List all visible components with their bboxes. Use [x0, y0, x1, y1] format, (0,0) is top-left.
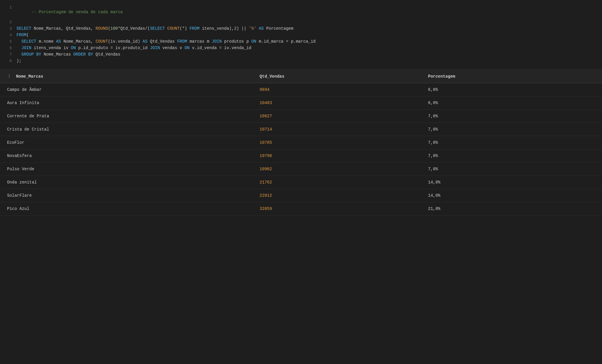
plain-token: v.id_venda = iv.venda_id — [189, 46, 251, 50]
col-header-porcentagem: Porcentagem — [422, 70, 602, 83]
cell-nome: Crista de Cristal — [0, 123, 254, 136]
plain-token — [16, 39, 21, 44]
cell-pct: 7,0% — [422, 110, 602, 123]
code-line-4: 4 FROM( — [0, 32, 602, 39]
plain-token: Qtd_Vendas — [147, 39, 177, 44]
cell-pct: 6,0% — [422, 83, 602, 96]
cell-nome: Corrente de Prata — [0, 110, 254, 123]
keyword-token: ON — [71, 46, 76, 50]
col-label-qtd-vendas: Qtd_Vendas — [260, 74, 284, 79]
col-label-porcentagem: Porcentagem — [428, 74, 455, 79]
cell-qtd: 10627 — [254, 110, 422, 123]
cell-qtd: 10902 — [254, 163, 422, 176]
plain-token — [16, 52, 21, 57]
cell-nome: Pico Azul — [0, 202, 254, 216]
keyword-token: SELECT — [21, 39, 36, 44]
keyword-token: AS — [259, 26, 264, 31]
plain-token: m.id_marca = p.marca_id — [256, 39, 316, 44]
number-token: 100 — [110, 26, 118, 31]
plain-token: ) || — [237, 26, 249, 31]
code-content: JOIN itens_venda iv ON p.id_produto = iv… — [16, 46, 251, 50]
cell-pct: 7,0% — [422, 149, 602, 163]
string-token: '%' — [249, 26, 256, 31]
keyword-token: FROM — [16, 33, 26, 37]
line-number: 7 — [5, 52, 12, 57]
code-content: GROUP BY Nome_Marcas ORDER BY Qtd_Vendas — [16, 52, 120, 57]
line-number: 4 — [5, 33, 12, 37]
results-table: ⋮ Nome_Marcas Qtd_Vendas Porcentagem Cam… — [0, 70, 602, 216]
col-label-nome-marcas: Nome_Marcas — [16, 74, 43, 79]
code-content: FROM( — [16, 33, 29, 37]
plain-token: m.nome — [36, 39, 56, 44]
cell-qtd: 21762 — [254, 176, 422, 189]
plain-token: Nome_Marcas — [41, 52, 73, 57]
cell-nome: Pulso Verde — [0, 163, 254, 176]
cell-qtd: 10785 — [254, 136, 422, 149]
cell-pct: 7,0% — [422, 123, 602, 136]
function-token: COUNT — [167, 26, 180, 31]
plain-token: vendas v — [160, 46, 184, 50]
plain-token: Qtd_Vendas — [93, 52, 120, 57]
code-content: SELECT m.nome AS Nome_Marcas, COUNT(iv.v… — [16, 39, 316, 44]
keyword-token: AS — [143, 39, 148, 44]
cell-qtd: 32059 — [254, 202, 422, 216]
plain-token: Porcentagem — [264, 26, 293, 31]
table-body: Campo de Âmbar98946,0%Aura Infinita10483… — [0, 83, 602, 216]
line-number: 1 — [5, 5, 12, 10]
keyword-token: SELECT — [16, 26, 31, 31]
code-line-6: 6 JOIN itens_venda iv ON p.id_produto = … — [0, 45, 602, 52]
cell-nome: SolarFlare — [0, 189, 254, 202]
plain-token: itens_venda), — [199, 26, 234, 31]
keyword-token: JOIN — [212, 39, 222, 44]
cell-nome: Campo de Âmbar — [0, 83, 254, 96]
cell-qtd: 9894 — [254, 83, 422, 96]
table-row: Campo de Âmbar98946,0% — [0, 83, 602, 96]
table-row: Pulso Verde109027,0% — [0, 163, 602, 176]
code-line-5: 5 SELECT m.nome AS Nome_Marcas, COUNT(iv… — [0, 39, 602, 45]
function-token: COUNT — [96, 39, 108, 44]
table-row: SolarFlare2201214,0% — [0, 189, 602, 202]
plain-token: itens_venda iv — [31, 46, 71, 50]
code-content: -- Porcentagem de venda de cada marca — [16, 5, 123, 19]
plain-token: (iv.venda_id) — [108, 39, 143, 44]
cell-pct: 14,0% — [422, 176, 602, 189]
keyword-token: FROM — [177, 39, 187, 44]
table-row: Aura Infinita104836,0% — [0, 96, 602, 110]
cell-pct: 6,0% — [422, 96, 602, 110]
cell-nome: Onda zenital — [0, 176, 254, 189]
keyword-token: ORDER BY — [73, 52, 93, 57]
col-header-nome-marcas: ⋮ Nome_Marcas — [0, 70, 254, 83]
cell-qtd: 10714 — [254, 123, 422, 136]
code-content: ); — [16, 59, 21, 63]
keyword-token: FROM — [189, 26, 199, 31]
plain-token: marcas m — [187, 39, 212, 44]
keyword-token: JOIN — [21, 46, 31, 50]
line-number: 8 — [5, 59, 12, 63]
cell-nome: NovaEsfera — [0, 149, 254, 163]
keyword-token: GROUP BY — [21, 52, 41, 57]
cell-nome: EcoFlor — [0, 136, 254, 149]
code-line-1: 1 -- Porcentagem de venda de cada marca — [0, 5, 602, 19]
table-row: Crista de Cristal107147,0% — [0, 123, 602, 136]
plain-token: Nome_Marcas, — [61, 39, 96, 44]
cell-pct: 7,0% — [422, 136, 602, 149]
plain-token: p.id_produto = iv.produto_id — [76, 46, 150, 50]
cell-pct: 21,0% — [422, 202, 602, 216]
keyword-token: AS — [56, 39, 61, 44]
cell-nome: Aura Infinita — [0, 96, 254, 110]
cell-qtd: 10483 — [254, 96, 422, 110]
plain-token: Nome_Marcas, Qtd_Vendas, — [31, 26, 95, 31]
plain-token: produtos p — [222, 39, 251, 44]
table-row: Onda zenital2176214,0% — [0, 176, 602, 189]
plain-token: ( — [26, 33, 29, 37]
keyword-token: ON — [184, 46, 189, 50]
plain-token: (*) — [180, 26, 190, 31]
plain-token: ); — [16, 59, 21, 63]
code-editor: 1 -- Porcentagem de venda de cada marca … — [0, 0, 602, 70]
keyword-token: JOIN — [150, 46, 160, 50]
keyword-token: ON — [251, 39, 256, 44]
line-number: 6 — [5, 46, 12, 50]
table-row: NovaEsfera107967,0% — [0, 149, 602, 163]
function-token: ROUND — [96, 26, 108, 31]
code-content: SELECT Nome_Marcas, Qtd_Vendas, ROUND(10… — [16, 26, 293, 31]
